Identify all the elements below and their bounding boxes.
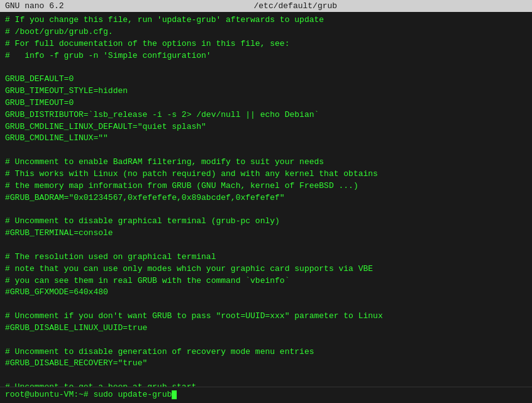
terminal-prompt[interactable]: root@ubuntu-VM:~# sudo update-grub (5, 390, 172, 399)
title-bar: GNU nano 6.2 /etc/default/grub (0, 0, 532, 12)
cursor (172, 390, 177, 399)
terminal-window: GNU nano 6.2 /etc/default/grub # If you … (0, 0, 532, 403)
title-left: GNU nano 6.2 (5, 1, 64, 11)
editor-area[interactable]: # If you change this file, run 'update-g… (0, 12, 532, 387)
title-center: /etc/default/grub (254, 1, 338, 11)
bottom-bar: root@ubuntu-VM:~# sudo update-grub (0, 387, 532, 403)
